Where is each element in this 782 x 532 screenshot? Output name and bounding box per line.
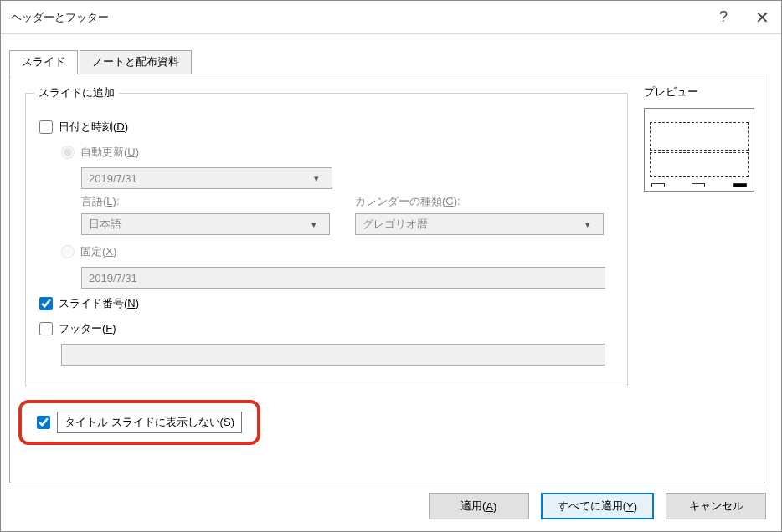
- help-button[interactable]: ?: [704, 2, 743, 33]
- preview-panel: プレビュー: [644, 84, 761, 192]
- auto-update-label: 自動更新(U): [80, 145, 139, 160]
- language-combo[interactable]: 日本語 ▾: [81, 213, 330, 235]
- hide-on-title-label: タイトル スライドに表示しない(S): [57, 412, 242, 433]
- chevron-down-icon: ▾: [579, 219, 596, 230]
- apply-button[interactable]: 適用(A): [429, 493, 529, 519]
- cancel-button[interactable]: キャンセル: [666, 493, 766, 519]
- datetime-label: 日付と時刻(D): [59, 120, 128, 135]
- titlebar: ヘッダーとフッター ? ✕: [1, 1, 781, 34]
- footer-checkbox[interactable]: [39, 322, 53, 335]
- tab-row: スライド ノートと配布資料: [9, 50, 781, 74]
- language-label: 言語(L):: [81, 194, 330, 209]
- apply-all-button[interactable]: すべてに適用(Y): [541, 493, 654, 519]
- window-title: ヘッダーとフッター: [11, 10, 704, 25]
- auto-update-radio[interactable]: [61, 146, 75, 159]
- highlight-box: タイトル スライドに表示しない(S): [18, 400, 260, 445]
- include-group: スライドに追加 日付と時刻(D) 自動更新(U): [25, 93, 628, 386]
- auto-date-combo[interactable]: 2019/7/31 ▾: [81, 167, 332, 189]
- preview-legend: プレビュー: [644, 84, 761, 100]
- chevron-down-icon: ▾: [306, 219, 322, 230]
- tab-notes[interactable]: ノートと配布資料: [80, 50, 192, 74]
- group-legend: スライドに追加: [34, 85, 119, 100]
- button-row: 適用(A) すべてに適用(Y) キャンセル: [429, 493, 766, 519]
- preview-thumbnail: [644, 108, 754, 192]
- fixed-date-input[interactable]: 2019/7/31: [81, 267, 605, 289]
- hide-on-title-checkbox[interactable]: [37, 416, 50, 429]
- slide-number-label: スライド番号(N): [59, 296, 139, 311]
- footer-label: フッター(F): [59, 321, 116, 336]
- fixed-label: 固定(X): [80, 244, 116, 259]
- footer-input[interactable]: [61, 344, 605, 366]
- slide-number-checkbox[interactable]: [39, 297, 53, 310]
- fixed-radio[interactable]: [61, 245, 75, 258]
- close-button[interactable]: ✕: [743, 2, 781, 33]
- calendar-combo[interactable]: グレゴリオ暦 ▾: [355, 213, 604, 235]
- datetime-checkbox[interactable]: [39, 120, 53, 134]
- calendar-label: カレンダーの種類(C):: [355, 194, 604, 209]
- chevron-down-icon: ▾: [308, 173, 325, 184]
- header-footer-dialog: ヘッダーとフッター ? ✕ スライド ノートと配布資料 スライドに追加 日付と時…: [0, 0, 782, 532]
- tab-slide[interactable]: スライド: [9, 50, 78, 74]
